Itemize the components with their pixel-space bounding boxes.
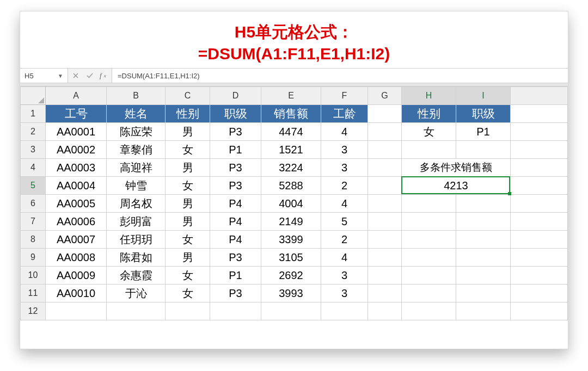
cell-C9[interactable]: 男	[166, 249, 210, 267]
cell-H8[interactable]	[402, 231, 456, 249]
cell-D6[interactable]: P4	[210, 195, 261, 213]
cell-C10[interactable]: 女	[166, 267, 210, 285]
cell-D2[interactable]: P3	[210, 123, 261, 141]
cell-B9[interactable]: 陈君如	[107, 249, 166, 267]
cell-F4[interactable]: 3	[321, 159, 368, 177]
cell-C12[interactable]	[166, 302, 210, 320]
formula-input[interactable]: =DSUM(A1:F11,E1,H1:I2)	[112, 69, 568, 83]
confirm-icon[interactable]	[85, 71, 94, 80]
cell-B12[interactable]	[107, 302, 166, 320]
cell-D12[interactable]	[210, 302, 261, 320]
cell-C7[interactable]: 男	[166, 213, 210, 231]
cell-F3[interactable]: 3	[321, 141, 368, 159]
cell-G9[interactable]	[368, 249, 402, 267]
cell-B2[interactable]: 陈应荣	[107, 123, 166, 141]
col-hdr-D[interactable]: D	[210, 87, 261, 105]
cell-H2[interactable]: 女	[402, 123, 456, 141]
cell-H9[interactable]	[402, 249, 456, 267]
cell-A6[interactable]: AA0005	[46, 195, 107, 213]
cell-G11[interactable]	[368, 285, 402, 302]
cell-F8[interactable]: 2	[321, 231, 368, 249]
cell-B1[interactable]: 姓名	[107, 105, 166, 123]
cell-H7[interactable]	[402, 213, 456, 231]
row-hdr-5[interactable]: 5	[21, 177, 46, 195]
row-hdr-3[interactable]: 3	[21, 141, 46, 159]
cell-I6[interactable]	[456, 195, 511, 213]
cell-H4-label[interactable]: 多条件求销售额	[402, 159, 511, 177]
cell-C2[interactable]: 男	[166, 123, 210, 141]
cell-B6[interactable]: 周名权	[107, 195, 166, 213]
col-hdr-G[interactable]: G	[368, 87, 402, 105]
cell-E10[interactable]: 2692	[261, 267, 321, 285]
cell-F12[interactable]	[321, 302, 368, 320]
cell-B8[interactable]: 任玥玥	[107, 231, 166, 249]
cell-E8[interactable]: 3399	[261, 231, 321, 249]
col-hdr-E[interactable]: E	[261, 87, 321, 105]
col-hdr-C[interactable]: C	[166, 87, 210, 105]
cell-D10[interactable]: P1	[210, 267, 261, 285]
cell-D11[interactable]: P3	[210, 285, 261, 302]
select-all-corner[interactable]	[21, 87, 46, 105]
cell-A1[interactable]: 工号	[46, 105, 107, 123]
cell-F11[interactable]: 3	[321, 285, 368, 302]
spreadsheet-grid[interactable]: A B C D E F G H I 1 工号 姓名 性别 职级 销售额 工龄 性…	[20, 86, 568, 320]
cell-rest-6[interactable]	[511, 195, 568, 213]
cell-A11[interactable]: AA0010	[46, 285, 107, 302]
row-hdr-4[interactable]: 4	[21, 159, 46, 177]
cell-B4[interactable]: 高迎祥	[107, 159, 166, 177]
cell-I10[interactable]	[456, 267, 511, 285]
cell-C8[interactable]: 女	[166, 231, 210, 249]
cell-H3[interactable]	[402, 141, 456, 159]
cell-rest-8[interactable]	[511, 231, 568, 249]
cell-A12[interactable]	[46, 302, 107, 320]
cell-F10[interactable]: 3	[321, 267, 368, 285]
cell-A4[interactable]: AA0003	[46, 159, 107, 177]
cell-D1[interactable]: 职级	[210, 105, 261, 123]
cell-G6[interactable]	[368, 195, 402, 213]
cell-rest-2[interactable]	[511, 123, 568, 141]
cell-A9[interactable]: AA0008	[46, 249, 107, 267]
cell-E1[interactable]: 销售额	[261, 105, 321, 123]
cell-I3[interactable]	[456, 141, 511, 159]
row-hdr-10[interactable]: 10	[21, 267, 46, 285]
cell-G10[interactable]	[368, 267, 402, 285]
col-hdr-F[interactable]: F	[321, 87, 368, 105]
fx-icon[interactable]: fx	[100, 71, 108, 80]
row-hdr-6[interactable]: 6	[21, 195, 46, 213]
cell-rest-11[interactable]	[511, 285, 568, 302]
cell-G2[interactable]	[368, 123, 402, 141]
cell-C11[interactable]: 女	[166, 285, 210, 302]
cell-G12[interactable]	[368, 302, 402, 320]
cell-E9[interactable]: 3105	[261, 249, 321, 267]
cell-B3[interactable]: 章黎俏	[107, 141, 166, 159]
cancel-icon[interactable]	[71, 71, 80, 80]
col-hdr-H[interactable]: H	[402, 87, 456, 105]
cell-B5[interactable]: 钟雪	[107, 177, 166, 195]
cell-E6[interactable]: 4004	[261, 195, 321, 213]
cell-H6[interactable]	[402, 195, 456, 213]
cell-F6[interactable]: 4	[321, 195, 368, 213]
cell-rest-10[interactable]	[511, 267, 568, 285]
cell-I1[interactable]: 职级	[456, 105, 511, 123]
cell-G7[interactable]	[368, 213, 402, 231]
cell-F9[interactable]: 4	[321, 249, 368, 267]
cell-D4[interactable]: P3	[210, 159, 261, 177]
cell-F1[interactable]: 工龄	[321, 105, 368, 123]
cell-E12[interactable]	[261, 302, 321, 320]
row-hdr-9[interactable]: 9	[21, 249, 46, 267]
row-hdr-8[interactable]: 8	[21, 231, 46, 249]
cell-I2[interactable]: P1	[456, 123, 511, 141]
cell-D9[interactable]: P3	[210, 249, 261, 267]
cell-I8[interactable]	[456, 231, 511, 249]
cell-I7[interactable]	[456, 213, 511, 231]
cell-A7[interactable]: AA0006	[46, 213, 107, 231]
col-hdr-A[interactable]: A	[46, 87, 107, 105]
cell-C1[interactable]: 性别	[166, 105, 210, 123]
cell-C6[interactable]: 男	[166, 195, 210, 213]
row-hdr-7[interactable]: 7	[21, 213, 46, 231]
cell-A3[interactable]: AA0002	[46, 141, 107, 159]
cell-A10[interactable]: AA0009	[46, 267, 107, 285]
cell-C5[interactable]: 女	[166, 177, 210, 195]
col-hdr-I[interactable]: I	[456, 87, 511, 105]
row-hdr-1[interactable]: 1	[21, 105, 46, 123]
